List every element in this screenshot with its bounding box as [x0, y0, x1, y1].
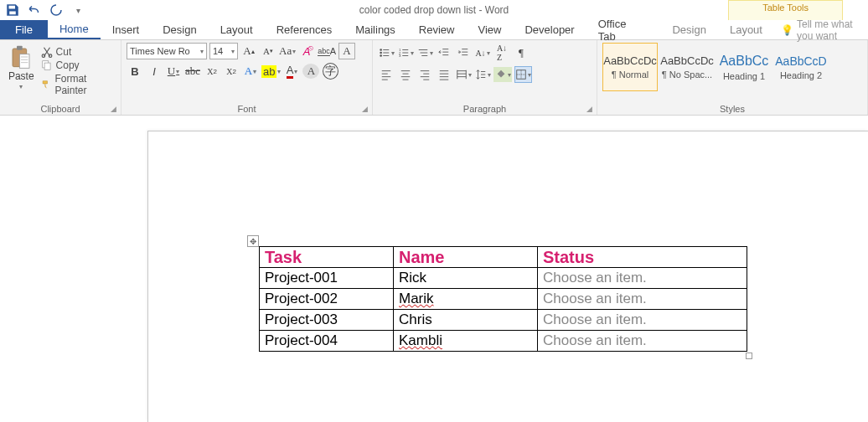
style-no-spacing[interactable]: AaBbCcDc ¶ No Spac...: [659, 43, 715, 91]
cell-name[interactable]: Chris: [394, 310, 538, 331]
tab-design[interactable]: Design: [151, 20, 208, 39]
shrink-font-icon[interactable]: A▾: [260, 43, 276, 59]
change-case-icon[interactable]: Aa: [279, 43, 296, 59]
underline-button[interactable]: U: [165, 63, 182, 80]
tell-me[interactable]: 💡 Tell me what you want: [781, 20, 868, 39]
style-normal[interactable]: AaBbCcDc ¶ Normal: [602, 43, 658, 91]
cell-status-dropdown[interactable]: Choose an item.: [538, 289, 747, 310]
justify-icon[interactable]: [436, 66, 452, 83]
styles-gallery[interactable]: AaBbCcDc ¶ Normal AaBbCcDc ¶ No Spac... …: [602, 43, 829, 91]
copy-label: Copy: [56, 59, 80, 71]
redo-icon[interactable]: [49, 3, 64, 18]
grow-font-icon[interactable]: A▴: [240, 43, 257, 59]
align-right-icon[interactable]: [416, 66, 433, 83]
font-color-icon[interactable]: A: [283, 63, 300, 80]
cell-name[interactable]: Marik: [394, 289, 538, 310]
clipboard-group-label: Clipboard ◢: [5, 102, 116, 114]
cell-task[interactable]: Project-002: [260, 289, 394, 310]
header-task[interactable]: Task: [260, 247, 394, 268]
sort-icon[interactable]: A↓Z: [493, 44, 510, 61]
style-heading-1[interactable]: AaBbCc Heading 1: [716, 43, 772, 91]
header-status[interactable]: Status: [538, 247, 747, 268]
strikethrough-button[interactable]: abc: [184, 63, 201, 80]
enclose-characters-icon[interactable]: 字: [322, 63, 338, 80]
save-icon[interactable]: [5, 3, 20, 18]
page[interactable]: ✥ Task Name Status Project-001 Rick Choo…: [147, 131, 868, 422]
bold-button[interactable]: B: [127, 63, 143, 80]
tab-review[interactable]: Review: [407, 20, 467, 39]
italic-button[interactable]: I: [146, 63, 163, 80]
tab-table-design[interactable]: Design: [660, 20, 717, 39]
cell-name[interactable]: Kambli: [394, 331, 538, 352]
dialog-launcher-icon[interactable]: ◢: [585, 105, 593, 113]
clear-formatting-icon[interactable]: A⦸: [298, 43, 315, 59]
show-hide-icon[interactable]: ¶: [513, 44, 530, 61]
table-row[interactable]: Project-001 Rick Choose an item.: [260, 268, 747, 289]
cell-task[interactable]: Project-003: [260, 310, 394, 331]
tab-home[interactable]: Home: [48, 20, 101, 39]
tab-table-layout[interactable]: Layout: [718, 20, 774, 39]
tab-mailings[interactable]: Mailings: [344, 20, 407, 39]
font-size-combo[interactable]: 14▾: [209, 43, 238, 59]
distributed-icon[interactable]: [455, 66, 472, 83]
paste-button[interactable]: Paste ▾: [5, 43, 38, 90]
cell-task[interactable]: Project-004: [260, 331, 394, 352]
bullets-icon[interactable]: [378, 44, 395, 61]
table-row[interactable]: Project-004 Kambli Choose an item.: [260, 331, 747, 352]
cell-status-dropdown[interactable]: Choose an item.: [538, 268, 747, 289]
style-heading-2[interactable]: AaBbCcD Heading 2: [773, 43, 829, 91]
table-resize-handle-icon[interactable]: [746, 353, 752, 359]
tab-layout[interactable]: Layout: [209, 20, 265, 39]
table-move-handle-icon[interactable]: ✥: [247, 235, 259, 247]
increase-indent-icon[interactable]: [455, 44, 472, 61]
table-tools-contextual: Table Tools: [728, 0, 843, 20]
superscript-button[interactable]: X2: [223, 63, 240, 80]
phonetic-guide-icon[interactable]: abcA: [318, 43, 336, 59]
align-center-icon[interactable]: [397, 66, 414, 83]
undo-icon[interactable]: [27, 3, 42, 18]
tab-developer[interactable]: Developer: [513, 20, 586, 39]
align-left-icon[interactable]: [378, 66, 395, 83]
table-row[interactable]: Project-003 Chris Choose an item.: [260, 310, 747, 331]
dialog-launcher-icon[interactable]: ◢: [360, 105, 369, 113]
font-group-label: Font ◢: [127, 102, 367, 114]
copy-button[interactable]: Copy: [41, 59, 116, 71]
tab-office-tab[interactable]: Office Tab: [586, 20, 647, 39]
tab-references[interactable]: References: [265, 20, 344, 39]
character-shading-icon[interactable]: A: [302, 64, 319, 79]
format-painter-button[interactable]: Format Painter: [41, 73, 116, 96]
title-bar: ▾ color coded drop down list - Word Tabl…: [0, 0, 868, 20]
line-spacing-icon[interactable]: [474, 66, 491, 83]
decrease-indent-icon[interactable]: [436, 44, 452, 61]
dialog-launcher-icon[interactable]: ◢: [109, 105, 117, 113]
subscript-button[interactable]: X2: [204, 63, 220, 80]
quick-access-toolbar: ▾: [0, 3, 85, 18]
svg-rect-2: [20, 54, 30, 69]
font-name-combo[interactable]: Times New Ro▾: [127, 43, 207, 59]
table-row[interactable]: Project-002 Marik Choose an item.: [260, 289, 747, 310]
highlight-icon[interactable]: ab: [261, 63, 281, 80]
cut-button[interactable]: Cut: [41, 46, 116, 58]
text-effects-icon[interactable]: A: [242, 63, 259, 80]
document-area[interactable]: ✥ Task Name Status Project-001 Rick Choo…: [0, 116, 868, 422]
tab-file[interactable]: File: [0, 20, 48, 39]
tab-view[interactable]: View: [466, 20, 513, 39]
qat-customize-icon[interactable]: ▾: [70, 3, 85, 18]
document-table[interactable]: Task Name Status Project-001 Rick Choose…: [259, 246, 747, 352]
borders-icon[interactable]: [514, 66, 532, 83]
svg-text:3: 3: [398, 54, 400, 58]
cell-status-dropdown[interactable]: Choose an item.: [538, 331, 747, 352]
shading-icon[interactable]: [493, 67, 512, 82]
cell-task[interactable]: Project-001: [260, 268, 394, 289]
character-border-icon[interactable]: A: [338, 43, 355, 59]
header-name[interactable]: Name: [394, 247, 538, 268]
svg-rect-6: [44, 63, 50, 69]
numbering-icon[interactable]: 123: [397, 44, 414, 61]
tab-insert[interactable]: Insert: [101, 20, 152, 39]
ribbon-tabs: File Home Insert Design Layout Reference…: [0, 20, 868, 40]
multilevel-list-icon[interactable]: [416, 44, 433, 61]
asian-layout-icon[interactable]: A↓: [474, 44, 491, 61]
cell-status-dropdown[interactable]: Choose an item.: [538, 310, 747, 331]
cell-name[interactable]: Rick: [394, 268, 538, 289]
cut-label: Cut: [56, 46, 72, 58]
